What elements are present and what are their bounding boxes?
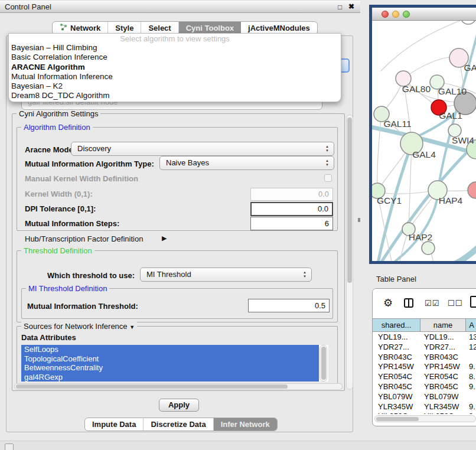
- hub-section-label[interactable]: Hub/Transcription Factor Definition: [25, 234, 143, 243]
- table-cell: YPR145W: [373, 362, 420, 372]
- table-row[interactable]: YDL19...YDL19...13: [373, 332, 476, 343]
- aracne-mode-label: Aracne Mode:: [25, 145, 76, 154]
- network-frame-titlebar[interactable]: [372, 8, 476, 21]
- dpi-tolerance-input[interactable]: 0.0: [250, 202, 333, 216]
- dropdown-item[interactable]: Mutual Information Inference: [9, 72, 341, 81]
- mi-threshold-input[interactable]: 0.5: [248, 299, 330, 312]
- data-attributes-list[interactable]: SelfLoops TopologicalCoefficient Between…: [21, 345, 328, 381]
- apply-button[interactable]: Apply: [159, 399, 199, 412]
- tab-infer-network[interactable]: Infer Network: [214, 418, 277, 431]
- table-cell: 9.: [466, 402, 476, 412]
- list-item[interactable]: SelfLoops: [21, 345, 319, 354]
- tab-network[interactable]: Network: [53, 22, 108, 34]
- chevron-updown-icon: ▲▼: [301, 270, 308, 279]
- window-minimize-button[interactable]: [392, 11, 399, 18]
- dropdown-prompt: Select algorithm to view settings: [9, 34, 341, 43]
- float-icon[interactable]: □: [338, 3, 342, 11]
- table-row[interactable]: YBR045CYBR045C9.: [373, 382, 476, 392]
- triangle-down-icon[interactable]: ▼: [129, 324, 135, 330]
- network-node[interactable]: [468, 182, 476, 198]
- settings-scrollbar[interactable]: [346, 115, 353, 390]
- table-row[interactable]: YBL079WYBL079W: [373, 392, 476, 402]
- table-cell: YPR145W: [420, 362, 466, 372]
- kernel-width-input[interactable]: 0.0: [250, 188, 333, 201]
- checked-checkboxes-icon[interactable]: ☑☑: [425, 299, 439, 308]
- mi-threshold-label: Mutual Information Threshold:: [27, 302, 138, 311]
- table-cell: YDL19...: [373, 332, 420, 343]
- dropdown-item[interactable]: Bayesian – K2: [9, 81, 341, 91]
- status-strip: [0, 441, 476, 450]
- combo-value: Discovery: [77, 144, 111, 153]
- tab-cyni-toolbox[interactable]: Cyni Toolbox: [179, 22, 241, 34]
- tab-jactivemnodules[interactable]: jActiveMNodules: [241, 22, 317, 34]
- table-hscrollbar-thumb[interactable]: [376, 417, 419, 421]
- settings-scrollbar-thumb[interactable]: [347, 118, 352, 283]
- list-scrollbar[interactable]: [319, 345, 327, 381]
- table-row[interactable]: YBR043CYBR043C: [373, 353, 476, 363]
- network-canvas[interactable]: GAL80GAL10GAL1GAL11GAL4SWI4GCY1HAP4HAP2Y…: [372, 21, 476, 261]
- table-cell: YDR27...: [420, 343, 466, 353]
- which-threshold-label: Which threshold to use:: [47, 271, 135, 280]
- tab-impute-data[interactable]: Impute Data: [85, 418, 144, 431]
- tab-label: Cyni Toolbox: [186, 24, 234, 32]
- group-title: Cyni Algorithm Settings: [17, 109, 100, 118]
- tab-label: Style: [115, 24, 133, 32]
- tab-style[interactable]: Style: [108, 22, 141, 34]
- mi-steps-label: Mutual Information Steps:: [25, 219, 119, 228]
- chevron-updown-icon: ▲▼: [324, 145, 331, 153]
- document-icon[interactable]: [470, 296, 476, 308]
- table-cell: 8.: [466, 372, 476, 382]
- node-label: GAL10: [438, 86, 467, 96]
- list-item[interactable]: TopologicalCoefficient: [21, 354, 319, 364]
- table-cell: YDR27...: [373, 343, 420, 353]
- table-row[interactable]: YER054CYER054C8.: [373, 372, 476, 382]
- dropdown-item[interactable]: Dream8 DC_TDC Algorithm: [9, 91, 341, 100]
- network-node[interactable]: [461, 21, 476, 24]
- sources-hscrollbar[interactable]: [14, 383, 343, 390]
- tab-discretize-data[interactable]: Discretize Data: [144, 418, 213, 431]
- table-row[interactable]: YLR345WYLR345W9.: [373, 402, 476, 412]
- table-cell: 9.: [466, 382, 476, 392]
- dropdown-item[interactable]: ARACNE Algorithm: [9, 63, 341, 72]
- dropdown-item[interactable]: Bayesian – Hill Climbing: [9, 43, 341, 53]
- table-cell: YBL079W: [420, 392, 466, 402]
- table-cell: YIL052C: [373, 412, 420, 414]
- table-cell: YLR345W: [373, 402, 420, 412]
- column-header-shared[interactable]: shared...: [373, 319, 420, 331]
- unchecked-checkboxes-icon[interactable]: ☐☐: [448, 299, 462, 308]
- table-row[interactable]: YPR145WYPR145W9.: [373, 362, 476, 372]
- gear-icon[interactable]: ⚙: [383, 296, 393, 309]
- column-header-name[interactable]: name: [420, 319, 466, 331]
- column-header-partial[interactable]: A: [466, 319, 476, 331]
- table-cell: YIL052C: [420, 412, 466, 414]
- manual-kernel-checkbox[interactable]: [324, 174, 332, 182]
- triangle-right-icon[interactable]: ▶: [162, 234, 167, 242]
- window-close-button[interactable]: [382, 11, 389, 18]
- which-threshold-combo[interactable]: MI Threshold ▲▼: [140, 268, 312, 282]
- tab-select[interactable]: Select: [141, 22, 178, 34]
- list-scrollbar-thumb[interactable]: [321, 347, 326, 380]
- dropdown-item[interactable]: Basic Correlation Inference: [9, 53, 341, 62]
- list-item[interactable]: BetweennessCentrality: [21, 363, 319, 373]
- splitter-handle[interactable]: [358, 218, 360, 222]
- list-item[interactable]: gal4RGexp: [21, 373, 319, 382]
- table-row[interactable]: YIL052CYIL052C9: [373, 412, 476, 414]
- mi-type-label: Mutual Information Algorithm Type:: [25, 159, 154, 168]
- mi-type-combo[interactable]: Naive Bayes ▲▼: [159, 156, 334, 170]
- table-row[interactable]: YDR27...YDR27...12: [373, 343, 476, 353]
- close-icon[interactable]: ✖: [348, 2, 354, 11]
- sources-title[interactable]: Sources for Network Inference: [24, 322, 128, 331]
- column-view-icon[interactable]: [404, 298, 413, 308]
- chevron-updown-icon: ▲▼: [324, 159, 331, 167]
- table-header: shared... name A: [373, 318, 476, 332]
- mi-steps-input[interactable]: 6: [250, 217, 333, 230]
- node-label: GAL1: [439, 110, 462, 120]
- table-hscrollbar[interactable]: [374, 415, 476, 422]
- group-title: Sources for Network Inference ▼: [21, 322, 137, 331]
- sources-hscrollbar-thumb[interactable]: [16, 384, 288, 389]
- network-node[interactable]: [422, 242, 435, 255]
- combo-value: Naive Bayes: [166, 158, 209, 167]
- aracne-mode-combo[interactable]: Discovery ▲▼: [71, 142, 334, 156]
- window-zoom-button[interactable]: [403, 11, 410, 18]
- panel-toggle-icon[interactable]: [5, 444, 14, 450]
